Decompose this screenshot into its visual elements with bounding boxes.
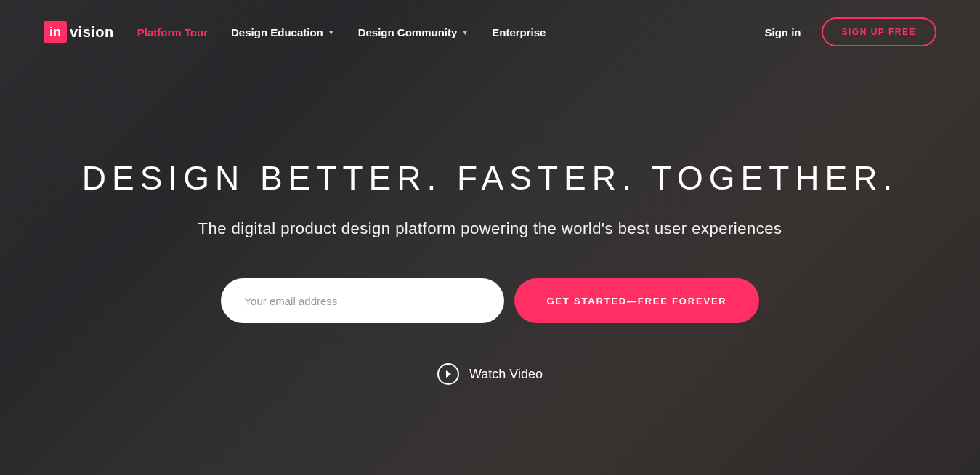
logo[interactable]: invision [44,21,114,43]
logo-box: in [44,21,67,43]
signup-form: GET STARTED—FREE FOREVER [0,278,980,323]
nav-enterprise[interactable]: Enterprise [492,26,546,38]
nav-platform-tour[interactable]: Platform Tour [137,26,208,38]
get-started-button[interactable]: GET STARTED—FREE FOREVER [514,278,758,323]
nav-label: Enterprise [492,26,546,38]
signin-link[interactable]: Sign in [765,26,801,38]
hero-subtitle: The digital product design platform powe… [0,219,980,238]
play-triangle-icon [446,370,451,378]
nav-label: Design Community [358,26,458,38]
logo-text: vision [70,24,114,41]
chevron-down-icon: ▼ [328,28,335,36]
chevron-down-icon: ▼ [461,28,469,36]
play-icon [437,363,459,385]
hero-content: DESIGN BETTER. FASTER. TOGETHER. The dig… [0,64,980,385]
hero-section: invision Platform Tour Design Education … [0,0,980,475]
nav-label: Platform Tour [137,26,208,38]
watch-video-button[interactable]: Watch Video [437,363,543,385]
nav-design-education[interactable]: Design Education ▼ [231,26,335,38]
hero-title: DESIGN BETTER. FASTER. TOGETHER. [0,158,980,198]
nav-design-community[interactable]: Design Community ▼ [358,26,469,38]
main-nav: Platform Tour Design Education ▼ Design … [137,26,546,38]
header-left: invision Platform Tour Design Education … [44,21,546,43]
signup-button[interactable]: SIGN UP FREE [822,17,936,46]
watch-video-label: Watch Video [469,367,543,382]
header: invision Platform Tour Design Education … [0,0,980,64]
nav-label: Design Education [231,26,323,38]
header-right: Sign in SIGN UP FREE [765,17,936,46]
email-input[interactable] [221,278,504,323]
